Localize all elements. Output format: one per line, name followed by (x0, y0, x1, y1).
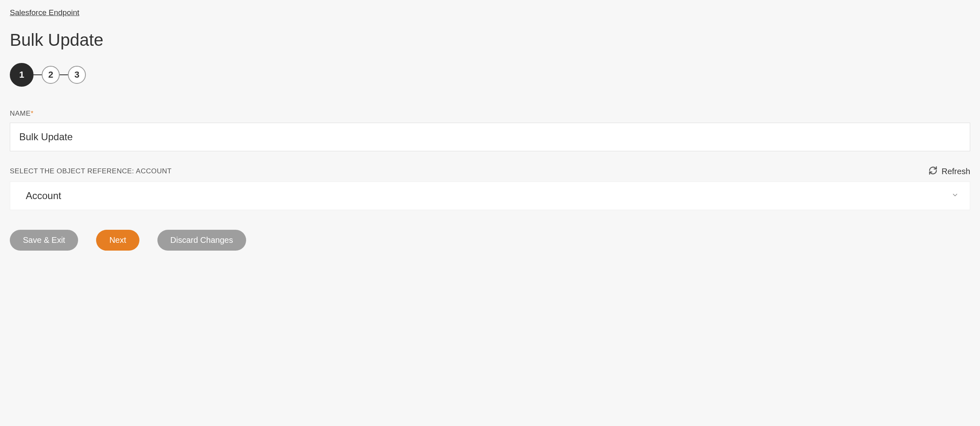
page-title: Bulk Update (10, 30, 970, 50)
object-reference-field-group: SELECT THE OBJECT REFERENCE: ACCOUNT Ref… (10, 166, 970, 210)
wizard-stepper: 1 2 3 (10, 63, 970, 87)
name-input[interactable] (10, 123, 970, 151)
refresh-button[interactable]: Refresh (928, 166, 970, 177)
discard-changes-button[interactable]: Discard Changes (157, 230, 246, 251)
name-field-group: NAME* (10, 110, 970, 151)
breadcrumb-link[interactable]: Salesforce Endpoint (10, 8, 79, 17)
step-connector (60, 74, 68, 75)
step-2[interactable]: 2 (42, 66, 60, 84)
save-exit-button[interactable]: Save & Exit (10, 230, 78, 251)
refresh-icon (928, 166, 937, 177)
step-connector (34, 74, 42, 75)
next-button[interactable]: Next (96, 230, 139, 251)
required-indicator: * (31, 110, 33, 117)
step-3[interactable]: 3 (68, 66, 86, 84)
name-label: NAME (10, 110, 31, 117)
action-buttons: Save & Exit Next Discard Changes (10, 230, 970, 251)
refresh-label: Refresh (942, 167, 970, 176)
step-1[interactable]: 1 (10, 63, 34, 87)
object-reference-select[interactable]: Account (10, 182, 970, 210)
object-reference-label: SELECT THE OBJECT REFERENCE: ACCOUNT (10, 167, 172, 175)
